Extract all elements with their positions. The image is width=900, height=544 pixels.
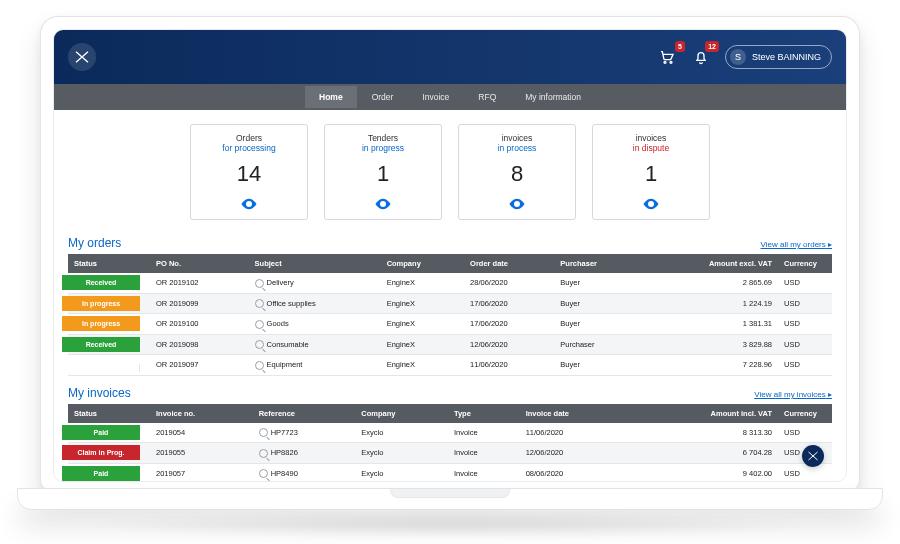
brand-mark-icon: [74, 49, 90, 65]
svg-point-1: [670, 61, 672, 63]
chat-fab[interactable]: [802, 445, 824, 467]
invoices-table: StatusInvoice no.ReferenceCompanyTypeInv…: [68, 404, 832, 482]
tab-home[interactable]: Home: [305, 86, 357, 108]
kpi-line1: Tenders: [362, 133, 404, 143]
column-header[interactable]: Purchaser: [554, 254, 642, 273]
table-row[interactable]: ReceivedOR 2019102DeliveryEngineX28/06/2…: [68, 273, 832, 293]
table-row[interactable]: Paid2019054HP7723ExycloInvoice11/06/2020…: [68, 423, 832, 443]
kpi-card-3: invoicesin dispute1: [592, 124, 710, 220]
column-header[interactable]: Reference: [253, 404, 356, 423]
column-header[interactable]: Subject: [249, 254, 381, 273]
column-header[interactable]: Type: [448, 404, 520, 423]
subject-cell: Equipment: [249, 355, 381, 376]
column-header[interactable]: Company: [355, 404, 448, 423]
kpi-value: 1: [645, 161, 657, 187]
user-name: Steve BAINNING: [752, 52, 821, 62]
company-cell: EngineX: [381, 314, 464, 335]
table-row[interactable]: In progressOR 2019100GoodsEngineX17/06/2…: [68, 314, 832, 335]
chat-icon: [807, 450, 819, 462]
currency-cell: USD: [778, 463, 832, 482]
subject-cell: Consumable: [249, 334, 381, 355]
purchaser-cell: Buyer: [554, 355, 642, 376]
search-icon[interactable]: [259, 469, 268, 478]
reference-cell: HP8490: [253, 463, 356, 482]
cart-button[interactable]: 5: [657, 47, 677, 67]
column-header[interactable]: Company: [381, 254, 464, 273]
invoices-section-title: My invoices: [68, 386, 131, 400]
po-cell: OR 2019097: [150, 355, 249, 376]
search-icon[interactable]: [255, 279, 264, 288]
kpi-line1: invoices: [498, 133, 537, 143]
kpi-view-button[interactable]: [642, 195, 660, 213]
column-header[interactable]: Order date: [464, 254, 554, 273]
table-row[interactable]: In progressOR 2019099Office suppliesEngi…: [68, 293, 832, 314]
no-cell: 2019057: [150, 463, 253, 482]
status-badge: [62, 364, 140, 372]
po-cell: OR 2019102: [150, 273, 249, 293]
brand-logo[interactable]: [68, 43, 96, 71]
search-icon[interactable]: [259, 449, 268, 458]
kpi-card-2: invoicesin process8: [458, 124, 576, 220]
eye-icon: [642, 195, 660, 213]
company-cell: EngineX: [381, 293, 464, 314]
currency-cell: USD: [778, 314, 832, 335]
column-header[interactable]: Currency: [778, 404, 832, 423]
table-row[interactable]: Paid2019057HP8490ExycloInvoice08/06/2020…: [68, 463, 832, 482]
type-cell: Invoice: [448, 443, 520, 464]
invoices-view-all-link[interactable]: View all my invoices: [754, 390, 832, 399]
column-header[interactable]: PO No.: [150, 254, 249, 273]
currency-cell: USD: [778, 273, 832, 293]
search-icon[interactable]: [255, 320, 264, 329]
table-row[interactable]: OR 2019097EquipmentEngineX11/06/2020Buye…: [68, 355, 832, 376]
company-cell: EngineX: [381, 334, 464, 355]
app-header: 5 12 S Steve BAINNING: [54, 30, 846, 84]
tab-order[interactable]: Order: [358, 86, 408, 108]
cart-icon: [659, 49, 675, 65]
column-header[interactable]: Status: [68, 404, 150, 423]
amount-cell: 6 704.28: [631, 443, 778, 464]
user-menu[interactable]: S Steve BAINNING: [725, 45, 832, 69]
eye-icon: [508, 195, 526, 213]
company-cell: Exyclo: [355, 463, 448, 482]
table-row[interactable]: ReceivedOR 2019098ConsumableEngineX12/06…: [68, 334, 832, 355]
tab-invoice[interactable]: Invoice: [408, 86, 463, 108]
orders-table: StatusPO No.SubjectCompanyOrder datePurc…: [68, 254, 832, 376]
search-icon[interactable]: [259, 428, 268, 437]
kpi-view-button[interactable]: [508, 195, 526, 213]
order_date-cell: 17/06/2020: [464, 293, 554, 314]
column-header[interactable]: Amount incl. VAT: [631, 404, 778, 423]
column-header[interactable]: Invoice no.: [150, 404, 253, 423]
company-cell: EngineX: [381, 273, 464, 293]
orders-view-all-link[interactable]: View all my orders: [761, 240, 832, 249]
reference-cell: HP7723: [253, 423, 356, 443]
tab-rfq[interactable]: RFQ: [464, 86, 510, 108]
search-icon[interactable]: [255, 299, 264, 308]
order_date-cell: 12/06/2020: [464, 334, 554, 355]
main-nav: HomeOrderInvoiceRFQMy information: [54, 84, 846, 110]
kpi-view-button[interactable]: [374, 195, 392, 213]
amount-cell: 9 402.00: [631, 463, 778, 482]
kpi-line1: invoices: [633, 133, 669, 143]
status-badge: Paid: [62, 425, 140, 440]
column-header[interactable]: Currency: [778, 254, 832, 273]
amount-cell: 1 224.19: [642, 293, 778, 314]
currency-cell: USD: [778, 355, 832, 376]
notifications-button[interactable]: 12: [691, 47, 711, 67]
kpi-card-1: Tendersin progress1: [324, 124, 442, 220]
kpi-card-0: Ordersfor processing14: [190, 124, 308, 220]
purchaser-cell: Buyer: [554, 293, 642, 314]
table-row[interactable]: Claim in Prog.2019055HP8826ExycloInvoice…: [68, 443, 832, 464]
tab-my-information[interactable]: My information: [511, 86, 595, 108]
kpi-line2: in progress: [362, 143, 404, 153]
column-header[interactable]: Status: [68, 254, 150, 273]
svg-point-2: [248, 203, 251, 206]
reference-cell: HP8826: [253, 443, 356, 464]
amount-cell: 3 829.88: [642, 334, 778, 355]
currency-cell: USD: [778, 334, 832, 355]
search-icon[interactable]: [255, 361, 264, 370]
search-icon[interactable]: [255, 340, 264, 349]
column-header[interactable]: Invoice date: [520, 404, 631, 423]
company-cell: EngineX: [381, 355, 464, 376]
kpi-view-button[interactable]: [240, 195, 258, 213]
column-header[interactable]: Amount excl. VAT: [642, 254, 778, 273]
